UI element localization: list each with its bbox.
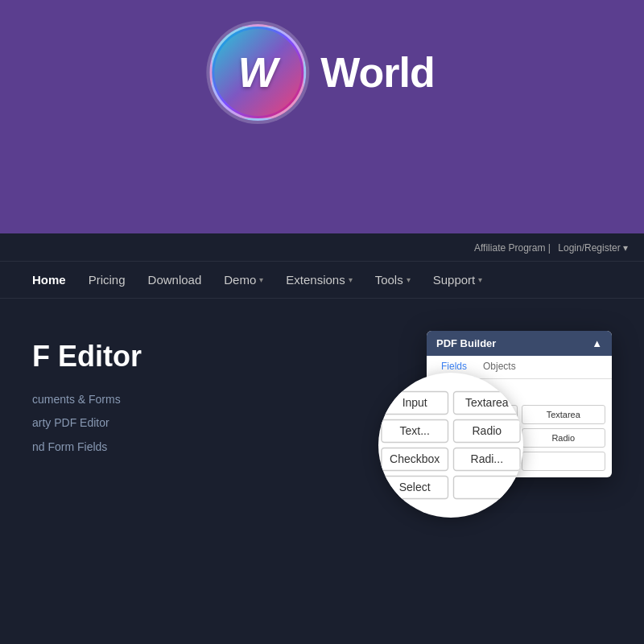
nav-extensions[interactable]: Extensions ▾	[286, 273, 352, 287]
magnify-btn-radi[interactable]: Radi...	[453, 448, 521, 471]
hero-text: F Editor cuments & Forms arty PDF Editor…	[32, 331, 394, 460]
chevron-down-icon: ▾	[349, 275, 353, 284]
hero-title: F Editor	[32, 339, 394, 374]
magnify-btn-textarea[interactable]: Textarea	[453, 391, 521, 415]
chevron-down-icon: ▾	[478, 275, 482, 284]
magnify-btn-input[interactable]: Input	[381, 391, 448, 415]
logo-icon: W	[238, 52, 278, 93]
top-bar: Affiliate Program | Login/Register ▾	[0, 233, 644, 262]
subtitle-line-1: cuments & Forms	[32, 390, 394, 410]
magnify-btn-text[interactable]: Text...	[381, 419, 448, 443]
field-btn-textarea[interactable]: Textarea	[522, 405, 606, 424]
chevron-down-icon: ▾	[407, 275, 411, 284]
topbar-links: Affiliate Program | Login/Register ▾	[474, 242, 628, 254]
magnify-btn-select[interactable]: Select	[381, 476, 448, 499]
field-btn-empty[interactable]	[522, 452, 606, 471]
nav-download[interactable]: Download	[148, 273, 202, 287]
content-area: F Editor cuments & Forms arty PDF Editor…	[0, 299, 644, 510]
chevron-down-icon: ▾	[259, 275, 263, 284]
pdf-builder-collapse-icon[interactable]: ▲	[592, 337, 602, 349]
hero-subtitle: cuments & Forms arty PDF Editor nd Form …	[32, 390, 394, 457]
subtitle-line-2: arty PDF Editor	[32, 413, 394, 433]
magnify-btn-radio[interactable]: Radio	[453, 419, 521, 443]
magnify-btn-empty	[453, 476, 521, 499]
pdf-builder-title: PDF Builder	[436, 337, 496, 349]
logo-area: W World	[209, 24, 434, 121]
nav-pricing[interactable]: Pricing	[89, 273, 126, 287]
nav-tools[interactable]: Tools ▾	[375, 273, 411, 287]
magnify-grid: Input Textarea Text... Radio Checkbox Ra…	[378, 382, 523, 509]
nav-support[interactable]: Support ▾	[433, 273, 483, 287]
nav-bar: Home Pricing Download Demo ▾ Extensions …	[0, 262, 644, 299]
affiliate-link[interactable]: Affiliate Program |	[474, 242, 551, 254]
pdf-builder-header: PDF Builder ▲	[427, 331, 612, 356]
pdf-tab-objects[interactable]: Objects	[475, 356, 524, 378]
main-panel: Affiliate Program | Login/Register ▾ Hom…	[0, 233, 644, 644]
logo-circle: W	[209, 24, 306, 121]
pdf-builder-container: PDF Builder ▲ Fields Objects Fields: Inp…	[427, 331, 612, 477]
nav-home[interactable]: Home	[32, 273, 66, 287]
magnify-circle: Input Textarea Text... Radio Checkbox Ra…	[378, 373, 523, 518]
subtitle-line-3: nd Form Fields	[32, 437, 394, 457]
brand-name: World	[320, 48, 434, 97]
field-btn-radio[interactable]: Radio	[522, 428, 606, 448]
hero-title-line1: F Editor	[32, 340, 142, 373]
magnify-btn-checkbox[interactable]: Checkbox	[381, 448, 448, 471]
nav-demo[interactable]: Demo ▾	[224, 273, 263, 287]
magnify-content: Input Textarea Text... Radio Checkbox Ra…	[378, 382, 523, 509]
login-link[interactable]: Login/Register ▾	[558, 242, 628, 254]
